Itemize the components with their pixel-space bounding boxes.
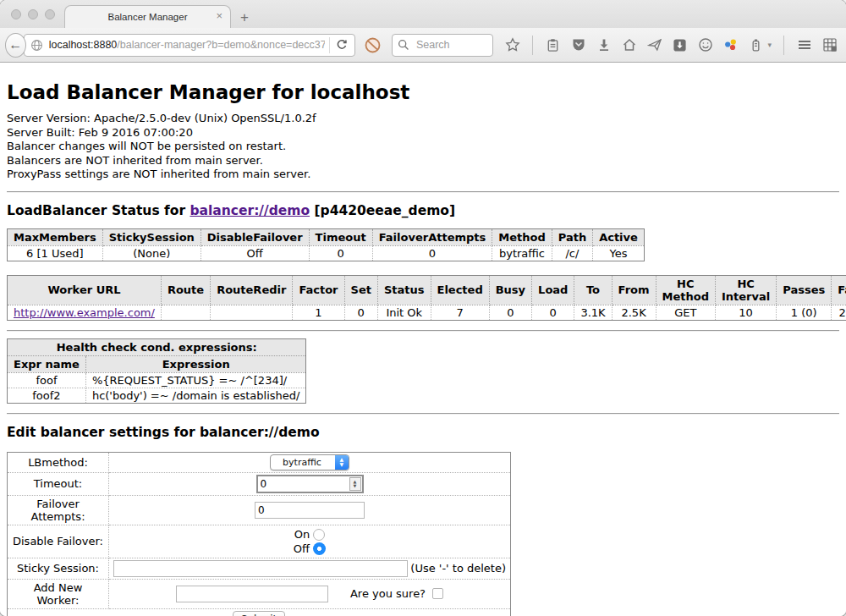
battery-icon[interactable]	[748, 37, 764, 53]
form-row-submit: Submit	[8, 608, 511, 616]
send-icon[interactable]	[646, 37, 662, 53]
cell-worker-url: http://www.example.com/	[8, 305, 162, 320]
timeout-input[interactable]	[258, 478, 349, 490]
search-input[interactable]	[415, 38, 488, 52]
col-method: Method	[492, 228, 552, 245]
url-bar[interactable]: localhost:8880/balancer-manager?b=demo&n…	[24, 34, 355, 57]
download-icon[interactable]	[596, 37, 612, 53]
back-button[interactable]: ←	[5, 33, 26, 58]
clipboard-icon[interactable]	[545, 37, 561, 53]
sticky-session-input[interactable]	[113, 560, 408, 577]
url-domain: localhost:8880	[49, 39, 118, 51]
are-you-sure-label: Are you sure?	[350, 587, 426, 600]
cell-route	[161, 305, 210, 320]
tab-close-icon[interactable]: ×	[216, 10, 222, 21]
lbmethod-label: LBmethod:	[8, 452, 109, 472]
health-check-table: Health check cond. expressions: Expr nam…	[7, 338, 306, 404]
cell-hc-method: GET	[656, 305, 715, 320]
cell-fails: 2 (0)	[832, 305, 846, 320]
browser-window: Balancer Manager × + ← localhost:8880/ba…	[0, 0, 846, 616]
multicolor-dots-icon[interactable]	[722, 37, 739, 53]
failover-attempts-input[interactable]	[255, 502, 365, 519]
form-row-add-worker: Add New Worker: Are you sure?	[8, 579, 511, 608]
submit-button[interactable]: Submit	[233, 611, 286, 616]
cell-expression: %{REQUEST_STATUS} =~ /^[234]/	[85, 372, 306, 388]
new-tab-button[interactable]: +	[240, 10, 249, 25]
cell-factor: 1	[293, 305, 344, 320]
globe-icon	[29, 37, 45, 53]
form-row-disable-failover: Disable Failover: On Off	[8, 525, 511, 558]
notice-line: ProxyPass settings are NOT inherited fro…	[7, 168, 839, 182]
cell-maxmembers: 6 [1 Used]	[8, 245, 103, 261]
toolbar-icons: ▾	[504, 36, 838, 55]
col-maxmembers: MaxMembers	[8, 228, 103, 245]
zoom-window-button[interactable]	[45, 9, 55, 19]
lbmethod-select[interactable]: bytraffic ▲▼	[270, 454, 349, 470]
health-table-title: Health check cond. expressions:	[8, 338, 306, 355]
status-heading-suffix: [p4420eeae_demo]	[310, 203, 455, 218]
pocket-icon[interactable]	[570, 37, 586, 53]
balancer-params-table: MaxMembers StickySession DisableFailover…	[7, 228, 645, 261]
balancer-demo-link[interactable]: balancer://demo	[190, 203, 310, 218]
star-icon[interactable]	[504, 37, 520, 53]
sticky-session-label: Sticky Session:	[8, 558, 109, 579]
cell-to: 3.1K	[574, 305, 612, 320]
cell-status: Init Ok	[377, 305, 431, 320]
radio-off[interactable]	[313, 542, 326, 555]
extension-icon[interactable]	[672, 37, 688, 53]
radio-on[interactable]	[313, 529, 325, 541]
radio-on-label: On	[294, 528, 310, 541]
disable-failover-label: Disable Failover:	[8, 525, 109, 558]
cell-expression: hc('body') =~ /domain is established/	[85, 388, 306, 403]
table-header-row: Expr name Expression	[8, 355, 306, 372]
lbmethod-selected-value: bytraffic	[271, 457, 335, 468]
cell-path: /c/	[552, 245, 592, 261]
close-window-button[interactable]	[11, 9, 21, 19]
col-to: To	[574, 275, 612, 305]
cell-passes: 1 (0)	[777, 305, 832, 320]
col-from: From	[612, 275, 656, 305]
failover-attempts-label: Failover Attempts:	[8, 495, 109, 525]
add-worker-input[interactable]	[176, 586, 328, 602]
col-route: Route	[161, 275, 210, 305]
col-expression: Expression	[85, 355, 306, 372]
server-info: Server Version: Apache/2.5.0-dev (Unix) …	[7, 112, 839, 182]
col-fails: Fails	[832, 275, 846, 305]
tab-balancer-manager[interactable]: Balancer Manager ×	[64, 5, 231, 28]
url-path: /balancer-manager?b=demo&nonce=decc37be-…	[117, 39, 324, 51]
page-content: Load Balancer Manager for localhost Serv…	[0, 63, 846, 616]
sticky-session-hint: (Use '-' to delete)	[410, 562, 506, 575]
are-you-sure-checkbox[interactable]	[432, 588, 443, 599]
tab-bar: Balancer Manager × +	[0, 0, 846, 28]
radio-off-label: Off	[294, 542, 310, 555]
table-header-row: MaxMembers StickySession DisableFailover…	[8, 228, 645, 245]
server-version-line: Server Version: Apache/2.5.0-dev (Unix) …	[7, 112, 839, 126]
reload-icon[interactable]	[334, 37, 350, 53]
url-text[interactable]: localhost:8880/balancer-manager?b=demo&n…	[49, 39, 325, 51]
grid-icon[interactable]	[821, 37, 838, 53]
blocked-icon[interactable]	[365, 37, 381, 53]
form-row-failover-attempts: Failover Attempts:	[8, 495, 511, 525]
minimize-window-button[interactable]	[28, 9, 38, 19]
home-icon[interactable]	[621, 37, 637, 53]
col-passes: Passes	[777, 275, 832, 305]
form-row-lbmethod: LBmethod: bytraffic ▲▼	[8, 452, 511, 472]
divider	[7, 191, 839, 193]
balancer-status-heading: LoadBalancer Status for balancer://demo …	[7, 203, 839, 218]
smiley-icon[interactable]	[697, 37, 713, 53]
form-row-sticky-session: Sticky Session: (Use '-' to delete)	[8, 558, 511, 579]
cell-elected: 7	[431, 305, 489, 320]
cell-method: bytraffic	[492, 245, 552, 261]
number-spinner-icon[interactable]: ▲▼	[349, 477, 361, 491]
menu-icon[interactable]	[796, 37, 812, 53]
search-bar[interactable]	[392, 34, 494, 57]
timeout-label: Timeout:	[8, 472, 109, 495]
table-row: 6 [1 Used] (None) Off 0 0 bytraffic /c/ …	[8, 245, 645, 261]
cell-expr-name: foof	[8, 372, 86, 388]
navigation-toolbar: ← localhost:8880/balancer-manager?b=demo…	[0, 28, 846, 63]
worker-url-link[interactable]: http://www.example.com/	[14, 306, 155, 319]
notice-line: Balancer changes will NOT be persisted o…	[7, 140, 839, 154]
dropdown-caret-icon[interactable]: ▾	[767, 41, 772, 49]
cell-busy: 0	[489, 305, 531, 320]
cell-load: 0	[532, 305, 574, 320]
